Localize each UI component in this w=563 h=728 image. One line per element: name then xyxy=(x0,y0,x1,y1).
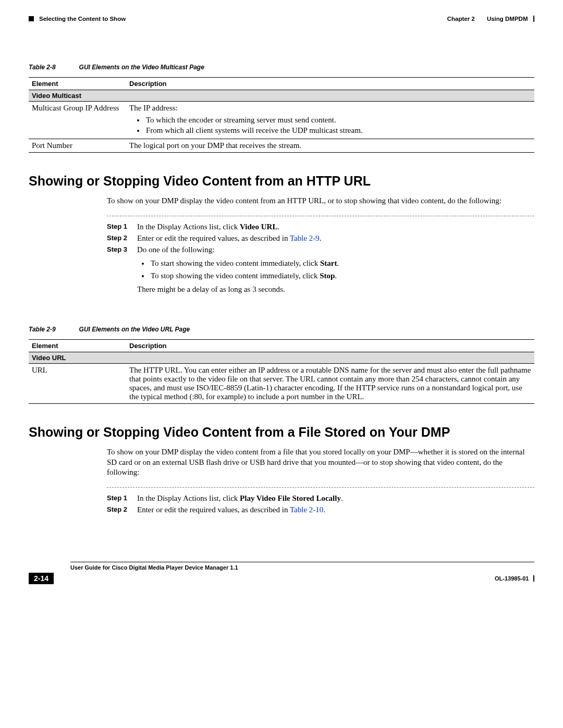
heading-file-dmp: Showing or Stopping Video Content from a… xyxy=(29,425,534,440)
running-header: Selecting the Content to Show Chapter 2 … xyxy=(29,16,534,22)
table-8-col-element: Element xyxy=(29,78,126,90)
header-marker-icon xyxy=(29,16,34,21)
table-8-section: Video Multicast xyxy=(29,90,534,102)
link-table-2-10[interactable]: Table 2-10 xyxy=(290,505,323,514)
page-footer: User Guide for Cisco Digital Media Playe… xyxy=(29,562,534,584)
header-bar-icon xyxy=(533,16,535,22)
table-8-row1-desc: The IP address: To which the encoder or … xyxy=(126,102,534,139)
section1-step1: Step 1 In the Display Actions list, clic… xyxy=(107,221,534,232)
table-8: Element Description Video Multicast Mult… xyxy=(29,77,534,153)
chapter-number: Chapter 2 xyxy=(447,16,475,22)
table-9-col-element: Element xyxy=(29,340,126,352)
table-8-row2-desc: The logical port on your DMP that receiv… xyxy=(126,139,534,153)
table-9-row1-desc: The HTTP URL. You can enter either an IP… xyxy=(126,364,534,404)
heading-http-url: Showing or Stopping Video Content from a… xyxy=(29,174,534,189)
section2-step2: Step 2 Enter or edit the required values… xyxy=(107,504,534,515)
section1-step2: Step 2 Enter or edit the required values… xyxy=(107,233,534,243)
doc-id: OL-13985-01 xyxy=(495,575,529,582)
separator-icon xyxy=(107,216,534,216)
footer-bar-icon xyxy=(533,575,535,582)
link-table-2-9[interactable]: Table 2-9 xyxy=(290,234,320,242)
table-9-section: Video URL xyxy=(29,352,534,364)
breadcrumb: Selecting the Content to Show xyxy=(39,16,126,22)
table-9-caption: Table 2-9GUI Elements on the Video URL P… xyxy=(29,326,534,333)
section1-intro: To show on your DMP display the video co… xyxy=(107,196,534,206)
table-8-row2-element: Port Number xyxy=(29,139,126,153)
table-8-caption: Table 2-8GUI Elements on the Video Multi… xyxy=(29,64,534,71)
section1-step3: Step 3 Do one of the following: To start… xyxy=(107,244,534,294)
table-8-col-description: Description xyxy=(126,78,534,90)
section2-step1: Step 1 In the Display Actions list, clic… xyxy=(107,493,534,503)
table-9-row1-element: URL xyxy=(29,364,126,404)
section2-intro: To show on your DMP display the video co… xyxy=(107,447,534,478)
separator-icon xyxy=(107,487,534,488)
chapter-title: Using DMPDM xyxy=(487,16,528,22)
page-number: 2-14 xyxy=(29,573,54,584)
table-9-col-description: Description xyxy=(126,340,534,352)
table-9: Element Description Video URL URL The HT… xyxy=(29,339,534,404)
table-8-row1-element: Multicast Group IP Address xyxy=(29,102,126,139)
footer-guide-title: User Guide for Cisco Digital Media Playe… xyxy=(70,564,238,571)
